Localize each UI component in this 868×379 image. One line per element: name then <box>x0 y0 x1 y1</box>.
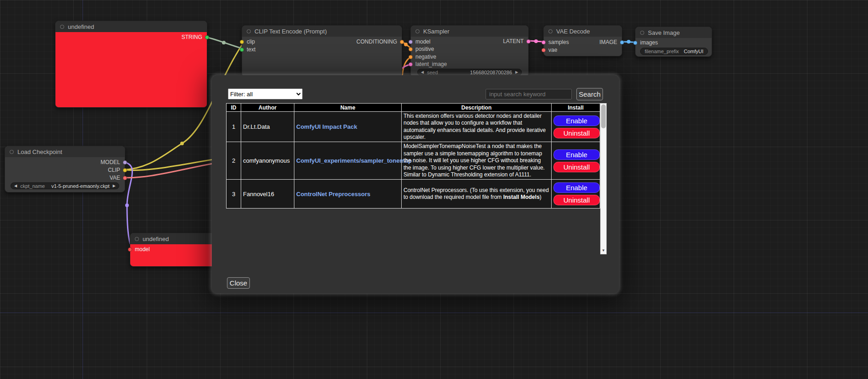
ckpt-name-widget[interactable]: ◀ ckpt_name v1-5-pruned-emaonly.ckpt ▶ <box>11 182 119 189</box>
seed-widget[interactable]: ◀ seed 156680208700286 ▶ <box>417 69 522 76</box>
port-dot-images[interactable] <box>633 41 637 45</box>
node-collapse-dot[interactable] <box>640 31 644 35</box>
output-port-clip[interactable]: CLIP <box>108 167 127 173</box>
port-dot-model-out[interactable] <box>123 160 127 165</box>
header-name: Name <box>294 104 402 112</box>
node-undefined-top[interactable]: undefined STRING <box>55 21 207 108</box>
wire-midpoint-dot <box>125 203 129 207</box>
header-description: Description <box>402 104 552 112</box>
output-port-string[interactable]: STRING <box>182 34 209 40</box>
close-button[interactable]: Close <box>227 277 250 289</box>
extensions-table: ID Author Name Description Install 1 Dr.… <box>226 103 600 209</box>
node-title-bar[interactable]: undefined <box>55 21 207 32</box>
node-collapse-dot[interactable] <box>247 29 251 33</box>
input-port-model[interactable]: model <box>128 246 150 253</box>
uninstall-button[interactable]: Uninstall <box>553 195 600 205</box>
port-dot-vae[interactable] <box>542 48 546 52</box>
input-port-positive[interactable]: positive <box>409 46 434 52</box>
node-collapse-dot[interactable] <box>415 29 420 33</box>
scrollbar-down-arrow-icon[interactable]: ▼ <box>601 247 606 253</box>
wire-midpoint-dot <box>404 43 408 46</box>
port-dot-latent-image[interactable] <box>409 62 413 66</box>
node-vae-decode[interactable]: VAE Decode samples vae IMAGE <box>543 25 622 56</box>
enable-button[interactable]: Enable <box>553 182 600 193</box>
input-port-vae[interactable]: vae <box>542 47 557 53</box>
search-input[interactable] <box>486 89 572 99</box>
node-save-image[interactable]: Save Image images filename_prefix ComfyU… <box>635 27 712 57</box>
input-port-model[interactable]: model <box>409 38 431 45</box>
node-load-checkpoint[interactable]: Load Checkpoint MODEL CLIP VAE ◀ ckpt_na… <box>5 146 125 192</box>
cell-id: 2 <box>227 142 241 180</box>
port-dot-image[interactable] <box>620 40 624 44</box>
port-dot-vae-out[interactable] <box>123 176 127 180</box>
input-port-latent-image[interactable]: latent_image <box>409 61 447 67</box>
node-title-bar[interactable]: KSampler <box>411 26 528 37</box>
port-dot-conditioning[interactable] <box>400 40 404 44</box>
output-port-image[interactable]: IMAGE <box>599 39 624 45</box>
extensions-table-container: ID Author Name Description Install 1 Dr.… <box>226 103 607 254</box>
wire-midpoint-dot <box>627 40 630 44</box>
port-dot-clip-out[interactable] <box>123 168 127 172</box>
enable-button[interactable]: Enable <box>553 149 600 160</box>
node-collapse-dot[interactable] <box>548 29 553 33</box>
port-dot-clip[interactable] <box>240 40 244 44</box>
node-title-bar[interactable]: CLIP Text Encode (Prompt) <box>242 26 402 37</box>
input-port-images[interactable]: images <box>633 39 658 46</box>
uninstall-button[interactable]: Uninstall <box>553 162 600 172</box>
extension-row: 3 Fannovel16 ControlNet Preprocessors Co… <box>227 180 600 209</box>
port-dot-latent[interactable] <box>526 39 531 44</box>
cell-author: Fannovel16 <box>241 180 294 209</box>
ckpt-next-icon[interactable]: ▶ <box>113 184 116 188</box>
seed-decrement-icon[interactable]: ◀ <box>421 71 424 74</box>
enable-button[interactable]: Enable <box>553 115 600 126</box>
seed-value: 156680208700286 <box>470 70 512 75</box>
port-dot-samples[interactable] <box>542 40 546 44</box>
node-clip-text-encode[interactable]: CLIP Text Encode (Prompt) clip text COND… <box>242 25 402 77</box>
output-port-conditioning[interactable]: CONDITIONING <box>356 38 404 45</box>
port-dot-string[interactable] <box>205 35 209 39</box>
node-title-bar[interactable]: undefined <box>130 233 226 244</box>
output-port-vae[interactable]: VAE <box>110 175 127 181</box>
input-port-text[interactable]: text <box>240 46 255 53</box>
node-title: Load Checkpoint <box>17 148 62 155</box>
filename-prefix-value: ComfyUI <box>684 49 703 54</box>
input-port-samples[interactable]: samples <box>542 39 569 45</box>
port-dot-model[interactable] <box>409 40 413 44</box>
comfyui-canvas[interactable]: { "nodes": { "undefined_top": { "title":… <box>0 0 868 379</box>
output-port-latent[interactable]: LATENT <box>503 38 531 44</box>
node-collapse-dot[interactable] <box>60 25 64 29</box>
scrollbar-thumb[interactable] <box>601 104 606 128</box>
wire-midpoint-dot <box>222 41 226 44</box>
input-port-negative[interactable]: negative <box>409 54 436 60</box>
extension-link[interactable]: ComfyUI_experiments/sampler_tonemap <box>296 157 412 164</box>
extensions-table-body: 1 Dr.Lt.Data ComfyUI Impact Pack This ex… <box>227 112 600 209</box>
node-collapse-dot[interactable] <box>135 237 139 241</box>
wire-midpoint-dot <box>534 39 538 43</box>
port-dot-positive[interactable] <box>409 47 413 51</box>
search-button[interactable]: Search <box>576 88 603 100</box>
filename-prefix-widget[interactable]: filename_prefix ComfyUI <box>640 48 708 55</box>
filter-select[interactable]: Filter: all <box>228 88 303 99</box>
cell-install: Enable Uninstall <box>552 180 600 209</box>
ckpt-prev-icon[interactable]: ◀ <box>14 184 17 188</box>
filename-prefix-label: filename_prefix <box>645 49 679 54</box>
port-dot-model-error[interactable] <box>128 247 132 252</box>
extension-link[interactable]: ComfyUI Impact Pack <box>296 123 357 130</box>
node-title-bar[interactable]: Save Image <box>636 27 712 38</box>
cell-description: ControlNet Preprocessors. (To use this e… <box>402 180 552 209</box>
input-port-clip[interactable]: clip <box>240 38 255 45</box>
node-title-bar[interactable]: VAE Decode <box>544 26 622 37</box>
extension-link[interactable]: ControlNet Preprocessors <box>296 191 370 198</box>
node-collapse-dot[interactable] <box>10 150 14 154</box>
uninstall-button[interactable]: Uninstall <box>553 128 600 138</box>
port-dot-text[interactable] <box>240 48 244 52</box>
table-scrollbar[interactable]: ▼ <box>600 103 607 254</box>
output-port-model[interactable]: MODEL <box>100 159 127 165</box>
node-title: VAE Decode <box>556 28 590 35</box>
node-ksampler[interactable]: KSampler model positive negative latent_… <box>410 25 529 77</box>
extension-row: 2 comfyanonymous ComfyUI_experiments/sam… <box>227 142 600 180</box>
ckpt-name-label: ckpt_name <box>20 183 45 189</box>
port-dot-negative[interactable] <box>409 55 413 59</box>
seed-increment-icon[interactable]: ▶ <box>515 71 518 74</box>
node-title-bar[interactable]: Load Checkpoint <box>5 146 125 157</box>
